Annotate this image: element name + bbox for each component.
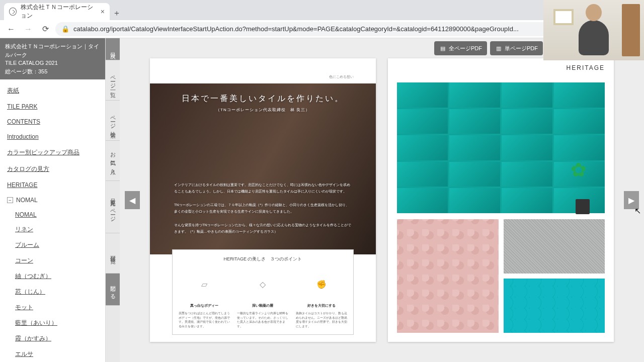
toc-subitem[interactable]: エルサ	[0, 346, 105, 362]
toc-subitem[interactable]: 荵（じん）	[0, 284, 105, 300]
toc-subitem[interactable]: 藍里（あいり）	[0, 315, 105, 331]
toc-item[interactable]: TILE PARK	[0, 99, 105, 114]
toc-item[interactable]: カラー別ピックアップ商品	[0, 144, 105, 161]
pink-hexagon-tile-photo	[397, 219, 499, 333]
total-pages: 総ページ数：355	[5, 67, 100, 76]
plant-decor	[566, 159, 601, 214]
vtab-recent[interactable]: 最近見たページ	[106, 181, 120, 233]
toc-subitem[interactable]: ブルーム	[0, 237, 105, 253]
toc-item[interactable]: HERITAGE	[0, 177, 105, 193]
toc-group-label: NOMAL	[16, 197, 38, 204]
page-body-text: インテリアにおけるタイルの役割は重要です。意匠的なことだけでなく、時には耳慣れな…	[174, 182, 352, 235]
toc-item[interactable]: 表紙	[0, 82, 105, 99]
hand-sketch-icon: ✊	[296, 268, 347, 300]
vtab-toc[interactable]: 目次	[106, 38, 120, 60]
book-icon: ▤	[439, 45, 446, 52]
next-page-button[interactable]: ▶	[624, 191, 639, 209]
toc-subitem[interactable]: モット	[0, 300, 105, 315]
toc-subitem[interactable]: NOMAL	[0, 208, 105, 222]
catalog-title-1: 株式会社ＴＮコーポレーション｜タイルパーク	[5, 42, 100, 59]
toc-subitem[interactable]: リネン	[0, 222, 105, 237]
back-button[interactable]: ←	[4, 22, 18, 36]
toc-item[interactable]: CONTENTS	[0, 114, 105, 129]
close-icon[interactable]: ×	[101, 8, 105, 16]
page-icon: ▥	[495, 45, 502, 52]
feature-box-title: HERITAGE の美しさ ３つのポイント	[179, 256, 347, 262]
vertical-tab-strip: 目次 ページ一覧 ページ検索 お気に入り 最近見たページ 付箋一覧 閉じる	[106, 38, 120, 362]
lock-icon: 🔒	[61, 25, 69, 33]
catalog-title-2: TILE CATALOG 2021	[5, 59, 100, 67]
teal-fishscale-tile-photo	[504, 279, 605, 333]
page-headline: 日本で一番美しいタイルを作りたい。 （TNコーポレーション代表取締役 林 良三）	[150, 94, 376, 113]
single-page-pdf-button[interactable]: ▥ 単ページPDF	[490, 41, 543, 55]
btn-label: 単ページPDF	[505, 45, 538, 52]
tab-title: 株式会社ＴＮコーポレーション	[21, 3, 97, 20]
toc-group-toggle[interactable]: − NOMAL	[0, 193, 105, 208]
catalog-left-page[interactable]: 色にこめる想い 日本で一番美しいタイルを作りたい。 （TNコーポレーション代表取…	[150, 58, 376, 342]
page-tag: 色にこめる想い	[329, 74, 354, 79]
feature-box: HERITAGE の美しさ ３つのポイント ▱ 真っ白なボディー 表面をつければ…	[172, 249, 354, 335]
toc-subitem[interactable]: コーン	[0, 253, 105, 268]
catalog-right-page[interactable]: HERITAGE	[388, 58, 614, 342]
door	[622, 4, 640, 56]
btn-label: 全ページPDF	[449, 45, 482, 52]
new-tab-button[interactable]: ＋	[110, 6, 124, 20]
forward-button: →	[21, 22, 35, 36]
reload-button[interactable]: ⟳	[38, 22, 52, 36]
vtab-page-list[interactable]: ページ一覧	[106, 60, 120, 101]
toc-panel: 株式会社ＴＮコーポレーション｜タイルパーク TILE CATALOG 2021 …	[0, 38, 106, 362]
grey-texture-tile-photo	[504, 219, 605, 274]
collapse-icon: −	[7, 197, 13, 203]
vtab-close[interactable]: 閉じる	[106, 274, 120, 306]
toc-header: 株式会社ＴＮコーポレーション｜タイルパーク TILE CATALOG 2021 …	[0, 38, 105, 79]
presenter-silhouette	[579, 20, 609, 55]
browser-tab[interactable]: 株式会社ＴＮコーポレーション ×	[4, 3, 110, 20]
toc-subitem[interactable]: 霞（かすみ）	[0, 331, 105, 346]
feature-col: ▱ 真っ白なボディー 表面をつければほとんど隠れてしまうボディー（生地）ですが、…	[179, 268, 230, 329]
url-text: catalabo.org/iportal/CatalogViewInterfac…	[73, 25, 624, 33]
catalog-view: ▤ 全ページPDF ▥ 単ページPDF ⊞ 棚に追加 ⤴ URLを連絡 ◀ ▶ …	[120, 38, 644, 362]
all-pages-pdf-button[interactable]: ▤ 全ページPDF	[434, 41, 487, 55]
prev-page-button[interactable]: ◀	[125, 191, 140, 209]
toc-subitem[interactable]: 紬（つむぎ）	[0, 268, 105, 284]
feature-col: ✊ 好きを大切にする 装飾タイルはコストがかかり、数も込められません。ニーズがあ…	[296, 268, 347, 329]
vtab-sticky[interactable]: 付箋一覧	[106, 233, 120, 274]
vtab-favorites[interactable]: お気に入り	[106, 141, 120, 181]
webcam-overlay	[543, 0, 644, 60]
toc-item[interactable]: Introduction	[0, 129, 105, 144]
toc-item[interactable]: カタログの見方	[0, 161, 105, 177]
feature-col: ◇ 深い釉薬の層 一般的な生産ラインより肉厚な材料を使っています。そのため、さっ…	[237, 268, 288, 329]
picture-frame	[553, 9, 574, 25]
glaze-sketch-icon: ◇	[237, 268, 288, 300]
tile-sketch-icon: ▱	[179, 268, 230, 300]
vtab-page-search[interactable]: ページ検索	[106, 101, 120, 141]
globe-icon	[9, 8, 17, 16]
heritage-logo: HERITAGE	[567, 64, 605, 71]
